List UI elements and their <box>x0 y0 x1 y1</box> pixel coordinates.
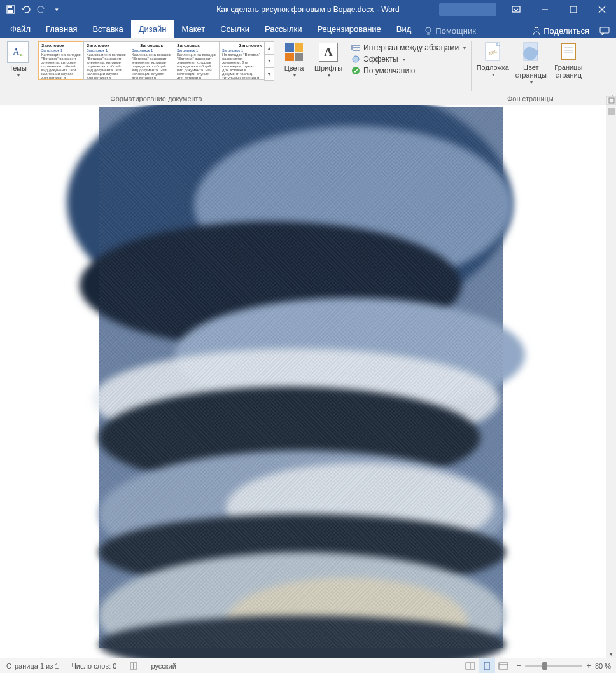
watermark-label: Подложка <box>477 64 509 71</box>
word-count[interactable]: Число слов: 0 <box>65 658 123 673</box>
colors-button[interactable]: Цвета ▾ <box>279 40 309 80</box>
formatting-group-label: Форматирование документа <box>36 95 277 102</box>
tab-view[interactable]: Вид <box>389 20 419 38</box>
lightbulb-icon <box>424 27 433 36</box>
paragraph-spacing-label: Интервал между абзацами <box>363 43 459 52</box>
ribbon: Aa Темы ▾ ЗаголовокЗаголовок 1Коллекция … <box>0 38 616 106</box>
chevron-up-icon[interactable]: ▴ <box>265 42 274 55</box>
themes-group: Aa Темы ▾ <box>0 38 36 105</box>
comments-icon[interactable] <box>596 27 613 38</box>
effects-label: Эффекты <box>363 55 398 64</box>
quick-access-toolbar: ▾ <box>0 3 64 17</box>
ribbon-display-icon[interactable] <box>501 0 530 19</box>
style-set-item[interactable]: ЗаголовокЗаголовок 1Коллекция на вкладке… <box>38 41 84 80</box>
tell-me-label: Помощник <box>435 26 476 36</box>
chevron-down-icon[interactable]: ▾ <box>606 651 616 657</box>
tab-references[interactable]: Ссылки <box>213 20 257 38</box>
tab-layout[interactable]: Макет <box>174 20 213 38</box>
ribbon-tabs: Файл Главная Вставка Дизайн Макет Ссылки… <box>0 19 616 38</box>
window-title: Как сделать рисунок фоновым в Ворде.docx… <box>216 5 399 14</box>
document-formatting-group: ЗаголовокЗаголовок 1Коллекция на вкладке… <box>36 38 277 105</box>
tab-review[interactable]: Рецензирование <box>309 20 388 38</box>
gallery-more-icon[interactable]: ▼ <box>265 68 274 80</box>
page-color-label: Цвет страницы <box>511 64 550 79</box>
svg-rect-5 <box>570 6 577 13</box>
maximize-button[interactable] <box>559 0 587 19</box>
spellcheck-button[interactable] <box>123 658 144 673</box>
language-indicator[interactable]: русский <box>144 658 182 673</box>
zoom-out-button[interactable]: − <box>517 661 522 670</box>
svg-rect-21 <box>561 43 575 60</box>
themes-label: Темы <box>9 64 27 72</box>
ruler-toggle[interactable] <box>606 96 616 105</box>
colors-label: Цвета <box>284 64 304 72</box>
effects-button[interactable]: Эффекты▾ <box>349 53 408 65</box>
colors-group: Цвета ▾ <box>277 38 311 105</box>
svg-rect-1 <box>8 6 12 8</box>
user-account[interactable] <box>439 3 496 16</box>
style-set-item[interactable]: ЗаголовокЗаголовок 1Коллекция на вкладке… <box>129 41 174 80</box>
vertical-scrollbar[interactable]: ▾ <box>606 105 616 658</box>
tell-me[interactable]: Помощник <box>419 26 481 38</box>
set-default-button[interactable]: По умолчанию <box>349 65 417 76</box>
style-set-item[interactable]: ЗаголовокЗаголовок 1Коллекция на вкладке… <box>174 41 220 80</box>
svg-point-11 <box>535 27 538 31</box>
book-icon <box>129 662 138 670</box>
tab-home[interactable]: Главная <box>38 20 85 38</box>
paragraph-spacing-button[interactable]: Интервал между абзацами▾ <box>349 42 468 53</box>
print-layout-button[interactable] <box>479 658 495 673</box>
zoom-in-button[interactable]: + <box>586 661 591 670</box>
fonts-label: Шрифты <box>314 64 342 72</box>
page-borders-icon <box>557 41 579 62</box>
colors-icon <box>285 43 303 61</box>
paragraph-spacing-icon <box>351 43 360 52</box>
document-page <box>99 107 503 648</box>
zoom-level[interactable]: 80 % <box>595 662 611 670</box>
close-button[interactable] <box>587 0 616 19</box>
page-borders-label: Границы страниц <box>550 64 586 79</box>
document-name: Как сделать рисунок фоновым в Ворде.docx <box>216 5 374 14</box>
fonts-icon: A <box>319 43 338 62</box>
web-layout-button[interactable] <box>495 658 512 673</box>
page-borders-button[interactable]: Границы страниц <box>550 39 586 79</box>
chevron-down-icon[interactable]: ▾ <box>265 55 274 67</box>
svg-rect-28 <box>484 662 489 670</box>
qat-customize-icon[interactable]: ▾ <box>50 3 64 17</box>
svg-point-8 <box>426 27 431 32</box>
zoom-control: − + 80 % <box>512 661 616 670</box>
zoom-slider[interactable] <box>525 665 582 667</box>
page-color-icon <box>520 41 542 62</box>
share-button[interactable]: Поделиться <box>526 26 596 38</box>
watermark-button[interactable]: ABC Подложка▾ <box>474 39 511 79</box>
undo-icon[interactable] <box>19 3 33 17</box>
save-icon[interactable] <box>4 3 18 17</box>
share-label: Поделиться <box>543 26 589 36</box>
page-background-group: ABC Подложка▾ Цвет страницы▾ Границы стр… <box>472 38 589 105</box>
scrollbar-thumb[interactable] <box>608 108 615 115</box>
gallery-scroll[interactable]: ▴▾▼ <box>264 41 274 81</box>
document-area[interactable] <box>0 105 606 658</box>
check-circle-icon <box>351 66 360 75</box>
app-name: Word <box>381 5 399 14</box>
redo-icon[interactable] <box>34 3 48 17</box>
svg-rect-29 <box>499 663 508 669</box>
tab-design[interactable]: Дизайн <box>131 20 174 38</box>
effects-icon <box>351 55 360 64</box>
minimize-button[interactable] <box>530 0 559 19</box>
svg-point-16 <box>353 56 359 62</box>
page-indicator[interactable]: Страница 1 из 1 <box>0 658 65 673</box>
read-mode-button[interactable] <box>462 658 479 673</box>
themes-icon: Aa <box>7 41 29 63</box>
themes-button[interactable]: Aa Темы ▾ <box>3 40 32 80</box>
fonts-group: A Шрифты ▾ <box>311 38 346 105</box>
page-background-group-label: Фон страницы <box>472 95 589 102</box>
zoom-slider-knob[interactable] <box>542 662 547 670</box>
tab-mailings[interactable]: Рассылки <box>257 20 309 38</box>
title-bar: ▾ Как сделать рисунок фоновым в Ворде.do… <box>0 0 616 19</box>
fonts-button[interactable]: A Шрифты ▾ <box>314 40 343 80</box>
style-set-item[interactable]: ЗаголовокЗаголовок 1Коллекция на вкладке… <box>83 41 129 80</box>
style-set-item[interactable]: ЗаголовокЗаголовок 1На вкладке "Вставка"… <box>219 41 265 80</box>
tab-file[interactable]: Файл <box>3 20 38 38</box>
page-color-button[interactable]: Цвет страницы▾ <box>511 39 550 87</box>
tab-insert[interactable]: Вставка <box>85 20 130 38</box>
